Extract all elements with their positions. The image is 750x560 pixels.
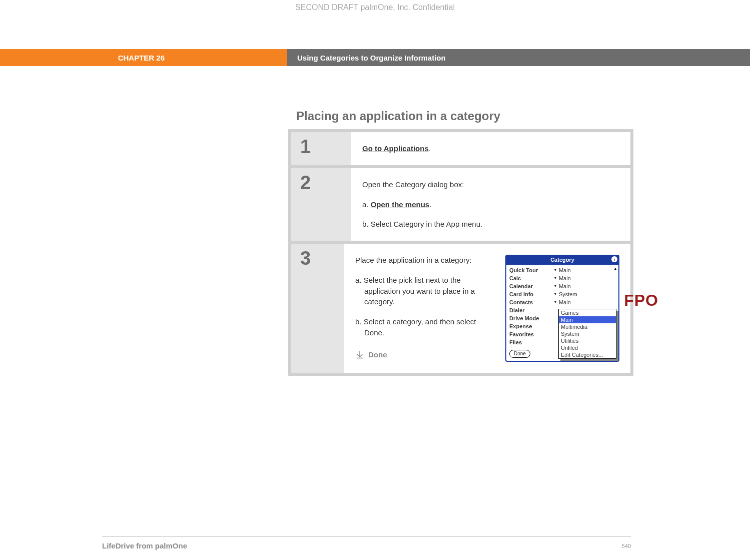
substep-a: a. Open the menus. — [362, 199, 619, 210]
app-name: Favorites — [509, 330, 553, 338]
dropdown-item[interactable]: Edit Categories... — [559, 351, 616, 358]
category-picklist[interactable]: ▼Main — [553, 274, 617, 282]
substep-b: b. Select a category, and then select Do… — [355, 316, 495, 338]
step-intro: Place the application in a category: — [355, 255, 495, 266]
dropdown-item[interactable]: Games — [559, 309, 616, 316]
section-title: Placing an application in a category — [296, 109, 500, 123]
header-bar: CHAPTER 26 Using Categories to Organize … — [0, 49, 750, 66]
category-picklist[interactable]: ▼Main — [553, 282, 617, 290]
done-marker: Done — [355, 349, 495, 360]
step-2: 2 Open the Category dialog box: a. Open … — [291, 168, 630, 241]
category-picklist[interactable]: ▼System — [553, 290, 617, 298]
category-value: System — [559, 290, 577, 298]
substep-a: a. Select the pick list next to the appl… — [355, 275, 495, 307]
app-column: Quick Tour Calc Calendar Card Info Conta… — [509, 266, 553, 346]
dialog-body: Quick Tour Calc Calendar Card Info Conta… — [506, 265, 618, 348]
dropdown-item[interactable]: Unfiled — [559, 344, 616, 351]
dropdown-icon: ▼ — [553, 282, 557, 290]
category-value: Main — [559, 274, 571, 282]
category-dialog: Category i Quick Tour Calc Calendar Card… — [505, 255, 619, 362]
done-label: Done — [368, 349, 387, 360]
dropdown-icon: ▼ — [553, 298, 557, 306]
period: . — [429, 200, 431, 209]
step-number: 1 — [300, 136, 351, 158]
step-text-column: Place the application in a category: a. … — [355, 255, 495, 360]
step-body: Place the application in a category: a. … — [344, 244, 630, 373]
step-number-cell: 1 — [291, 132, 351, 165]
dialog-title: Category i — [506, 256, 618, 265]
dropdown-item-selected[interactable]: Main — [559, 316, 616, 323]
go-to-applications-link[interactable]: Go to Applications — [362, 144, 429, 153]
app-name: Calc — [509, 274, 553, 282]
category-picklist[interactable]: ▼Main — [553, 266, 617, 274]
category-value: Main — [559, 282, 571, 290]
dropdown-item[interactable]: Multimedia — [559, 323, 616, 330]
substep-b: b. Select Category in the App menu. — [362, 219, 619, 230]
scroll-up-icon: ▲ — [613, 267, 618, 271]
confidential-header: SECOND DRAFT palmOne, Inc. Confidential — [0, 3, 750, 12]
category-dropdown[interactable]: Games Main Multimedia System Utilities U… — [558, 309, 616, 359]
dropdown-icon: ▼ — [553, 266, 557, 274]
dropdown-icon: ▼ — [553, 290, 557, 298]
fpo-label: FPO — [624, 289, 658, 312]
step-number-cell: 3 — [291, 244, 344, 373]
dropdown-icon: ▼ — [553, 274, 557, 282]
footer-product: LifeDrive from palmOne — [102, 541, 187, 550]
app-name: Quick Tour — [509, 266, 553, 274]
chapter-label: CHAPTER 26 — [0, 49, 287, 66]
dialog-title-text: Category — [550, 257, 574, 263]
step-number: 3 — [300, 248, 344, 269]
footer-rule — [102, 536, 631, 537]
app-name: Dialer — [509, 306, 553, 314]
page-number: 540 — [622, 543, 631, 549]
step-3: 3 Place the application in a category: a… — [291, 244, 630, 373]
app-name: Expense — [509, 322, 553, 330]
chapter-title: Using Categories to Organize Information — [287, 49, 750, 66]
category-value: Main — [559, 266, 571, 274]
step-body: Go to Applications. — [351, 132, 630, 165]
category-value: Main — [559, 298, 571, 306]
app-name: Drive Mode — [509, 314, 553, 322]
done-button[interactable]: Done — [509, 350, 530, 358]
step-1: 1 Go to Applications. — [291, 132, 630, 165]
period: . — [429, 144, 431, 153]
app-name: Calendar — [509, 282, 553, 290]
info-icon[interactable]: i — [611, 256, 617, 262]
substep-prefix: a. — [362, 200, 371, 209]
step-body: Open the Category dialog box: a. Open th… — [351, 168, 630, 241]
step-number: 2 — [300, 172, 351, 194]
app-name: Files — [509, 338, 553, 346]
steps-container: 1 Go to Applications. 2 Open the Categor… — [288, 129, 633, 376]
dropdown-item[interactable]: System — [559, 330, 616, 337]
step-number-cell: 2 — [291, 168, 351, 241]
app-name: Contacts — [509, 298, 553, 306]
palm-screenshot: FPO Category i Quick Tour Calc Calendar … — [505, 255, 619, 362]
dropdown-item[interactable]: Utilities — [559, 337, 616, 344]
step-intro: Open the Category dialog box: — [362, 179, 619, 190]
open-the-menus-link[interactable]: Open the menus — [371, 200, 430, 209]
down-arrow-icon — [355, 350, 364, 359]
category-picklist[interactable]: ▼Main — [553, 298, 617, 306]
app-name: Card Info — [509, 290, 553, 298]
